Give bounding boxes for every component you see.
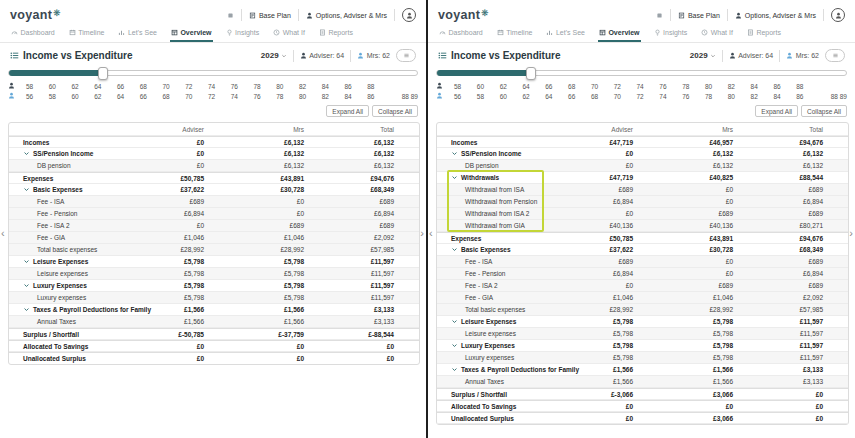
slider-handle[interactable] [526,67,536,80]
slider-handle[interactable] [98,67,108,80]
table-row[interactable]: Allocated To Savings£0£0£0 [9,340,419,352]
slider-track[interactable] [8,70,418,76]
table-row[interactable]: DB pension£0£6,132£6,132 [9,160,419,172]
nav-item-dashboard[interactable]: Dashboard [10,27,56,42]
nav-item-dashboard[interactable]: Dashboard [438,27,484,42]
table-row[interactable]: Luxury expenses£5,798£5,798£11,597 [437,352,848,364]
table-row[interactable]: Fee - GIA£1,046£1,046£2,092 [9,232,419,244]
table-row[interactable]: DB pension£0£6,132£6,132 [437,160,848,172]
cell-total: £689 [304,198,394,205]
collapse-all-button[interactable]: Collapse All [372,105,418,117]
table-row[interactable]: Fee - ISA 2£0£689£689 [437,280,848,292]
nav-item-timeline[interactable]: Timeline [68,27,106,42]
chevron-down-icon[interactable] [451,150,458,157]
table-row[interactable]: Unallocated Surplus£0£3,066£0 [437,412,848,424]
chevron-down-icon[interactable] [23,258,30,265]
table-row[interactable]: Unallocated Surplus£0£0£0 [9,352,419,364]
table-row[interactable]: Expenses£50,785£43,891£94,676 [437,232,848,244]
cell-adviser: £0 [573,415,633,422]
table-row[interactable]: Withdrawal from ISA 2£0£689£689 [437,208,848,220]
chevron-down-icon[interactable] [23,282,30,289]
table-row[interactable]: Leisure Expenses£5,798£5,798£11,597 [9,256,419,268]
chevron-down-icon[interactable] [451,174,458,181]
table-row[interactable]: Incomes£47,719£46,957£94,676 [437,136,848,148]
scroll-right-chevron[interactable]: › [849,228,853,238]
nav-item-what-if[interactable]: What If [700,27,734,42]
table-row[interactable]: Withdrawals£47,719£40,825£88,544 [437,172,848,184]
table-row[interactable]: Annual Taxes£1,566£1,566£3,133 [437,376,848,388]
table-row[interactable]: Fee - ISA£689£0£689 [9,196,419,208]
table-row[interactable]: Incomes£0£6,132£6,132 [9,136,419,148]
account-icon[interactable] [831,8,845,22]
table-options-button[interactable] [825,49,845,62]
options-menu-button[interactable]: Options, Adviser & Mrs [306,12,387,19]
table-row[interactable]: Luxury Expenses£5,798£5,798£11,597 [9,280,419,292]
apps-icon[interactable] [656,12,663,19]
table-row[interactable]: Leisure expenses£5,798£5,798£11,597 [437,328,848,340]
table-row[interactable]: Surplus / Shortfall£-50,785£-37,759£-88,… [9,328,419,340]
table-row[interactable]: Basic Expenses£37,622£30,728£68,349 [437,244,848,256]
table-row[interactable]: SS/Pension Income£0£6,132£6,132 [437,148,848,160]
slider-track[interactable] [436,70,847,76]
table-row[interactable]: Withdrawal from GIA£40,136£40,136£80,271 [437,220,848,232]
nav-item-insights[interactable]: Insights [225,27,261,42]
table-row[interactable]: Withdrawal from Pension£6,894£0£6,894 [437,196,848,208]
apps-icon[interactable] [227,12,234,19]
table-row[interactable]: Fee - ISA£689£0£689 [437,256,848,268]
table-row[interactable]: Expenses£50,785£43,891£94,676 [9,172,419,184]
nav-item-let-s-see[interactable]: Let's See [117,27,157,42]
table-row[interactable]: Fee - GIA£1,046£1,046£2,092 [437,292,848,304]
scroll-left-chevron[interactable]: ‹ [429,228,433,238]
chevron-down-icon[interactable] [451,246,458,253]
year-slider [428,66,855,76]
table-row[interactable]: Luxury Expenses£5,798£5,798£11,597 [437,340,848,352]
scroll-right-chevron[interactable]: › [420,228,424,238]
table-row[interactable]: Taxes & Payroll Deductions for Family£1,… [9,304,419,316]
table-row[interactable]: Total basic expenses£28,992£28,992£57,98… [9,244,419,256]
base-plan-button[interactable]: Base Plan [249,12,291,19]
cell-mrs: £0 [633,270,733,277]
chevron-down-icon[interactable] [451,342,458,349]
chevron-down-icon[interactable] [23,150,30,157]
table-options-button[interactable] [396,49,416,62]
expand-all-button[interactable]: Expand All [326,105,369,117]
table-row[interactable]: Allocated To Savings£0£0£0 [437,400,848,412]
list-icon[interactable] [438,51,447,60]
options-menu-button[interactable]: Options, Adviser & Mrs [735,12,816,19]
expand-all-button[interactable]: Expand All [755,105,798,117]
table-row[interactable]: Withdrawal from ISA£689£0£689 [437,184,848,196]
table-row[interactable]: Fee - ISA 2£0£689£689 [9,220,419,232]
base-plan-button[interactable]: Base Plan [678,12,720,19]
table-row[interactable]: SS/Pension Income£0£6,132£6,132 [9,148,419,160]
nav-item-what-if[interactable]: What If [272,27,306,42]
table-row[interactable]: Fee - Pension£6,894£0£6,894 [9,208,419,220]
nav-item-overview[interactable]: Overview [170,27,213,42]
list-icon[interactable] [10,51,19,60]
table-row[interactable]: Basic Expenses£37,622£30,728£68,349 [9,184,419,196]
year-selector[interactable]: 2029 [690,51,716,60]
nav-item-reports[interactable]: Reports [746,27,782,42]
table-row[interactable]: Leisure Expenses£5,798£5,798£11,597 [437,316,848,328]
nav-item-timeline[interactable]: Timeline [496,27,534,42]
table-row[interactable]: Annual Taxes£1,566£1,566£3,133 [9,316,419,328]
chevron-down-icon[interactable] [451,318,458,325]
table-row[interactable]: Taxes & Payroll Deductions for Family£1,… [437,364,848,376]
base-plan-label: Base Plan [259,12,291,19]
table-row[interactable]: Total basic expenses£28,992£28,992£57,98… [437,304,848,316]
chevron-down-icon[interactable] [451,366,458,373]
table-row[interactable]: Luxury expenses£5,798£5,798£11,597 [9,292,419,304]
table-row[interactable]: Surplus / Shortfall£-3,066£3,066£0 [437,388,848,400]
collapse-all-button[interactable]: Collapse All [801,105,847,117]
age-tick: 88 [367,83,390,90]
scroll-left-chevron[interactable]: ‹ [1,228,5,238]
table-row[interactable]: Leisure expenses£5,798£5,798£11,597 [9,268,419,280]
table-row[interactable]: Fee - Pension£6,894£0£6,894 [437,268,848,280]
account-icon[interactable] [402,8,416,22]
year-selector[interactable]: 2029 [261,51,287,60]
chevron-down-icon[interactable] [23,306,30,313]
nav-item-let-s-see[interactable]: Let's See [545,27,585,42]
nav-item-insights[interactable]: Insights [653,27,689,42]
nav-item-reports[interactable]: Reports [318,27,354,42]
nav-item-overview[interactable]: Overview [598,27,641,42]
chevron-down-icon[interactable] [23,186,30,193]
